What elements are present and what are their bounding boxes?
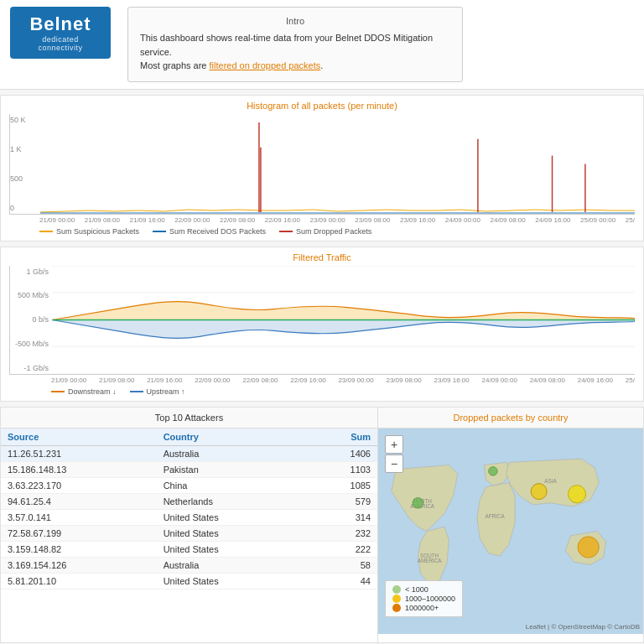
- cell-source: 15.186.148.13: [1, 461, 157, 477]
- col-sum: Sum: [304, 428, 377, 446]
- histogram-inner: [40, 114, 635, 214]
- histogram-svg: [40, 114, 635, 214]
- traffic-y-labels: 1 Gb/s 500 Mb/s 0 b/s -500 Mb/s -1 Gb/s: [10, 266, 52, 374]
- svg-text:AMERICA: AMERICA: [418, 558, 443, 564]
- histogram-chart: 50 K 1 K 500 0: [9, 114, 635, 215]
- histogram-x-labels: 21/09 00:00 21/09 08:00 21/09 16:00 22/0…: [39, 216, 635, 224]
- map-attribution: Leaflet | © OpenStreetMap © CartoDB: [526, 623, 640, 631]
- cell-source: 94.61.25.4: [1, 493, 157, 509]
- cell-sum: 1406: [304, 445, 377, 461]
- table-row[interactable]: 11.26.51.231 Australia 1406: [1, 445, 377, 461]
- col-country: Country: [157, 428, 304, 446]
- cell-country: United States: [157, 541, 304, 557]
- zoom-out-button[interactable]: −: [385, 454, 403, 473]
- svg-text:AFRICA: AFRICA: [485, 512, 505, 518]
- legend-suspicious: Sum Suspicious Packets: [39, 227, 139, 236]
- legend-high-dot: [392, 604, 401, 612]
- cell-country: Australia: [157, 557, 304, 573]
- table-row[interactable]: 3.57.0.141 United States 314: [1, 509, 377, 525]
- legend-downstream: Downstream ↓: [51, 387, 117, 396]
- upstream-dot: [130, 391, 143, 392]
- y-label-0: 50 K: [10, 116, 37, 124]
- suspicious-dot: [39, 231, 53, 232]
- intro-link[interactable]: filtered on dropped packets: [210, 60, 321, 70]
- bottom-section: Top 10 Attackers Source Country Sum 11.2…: [0, 407, 644, 643]
- legend-received: Sum Received DOS Packets: [153, 227, 266, 236]
- header: Belnet dedicated connectivity Intro This…: [0, 0, 644, 90]
- dropped-dot: [279, 231, 293, 232]
- histogram-panel: Histogram of all packets (per minute) 50…: [0, 95, 644, 242]
- cell-country: China: [157, 477, 304, 493]
- traffic-title: Filtered Traffic: [9, 252, 635, 262]
- traffic-chart: 1 Gb/s 500 Mb/s 0 b/s -500 Mb/s -1 Gb/s: [9, 266, 635, 375]
- map-controls: + −: [385, 435, 403, 473]
- map-section: Dropped packets by country + −: [378, 408, 643, 642]
- cell-source: 3.159.148.82: [1, 541, 157, 557]
- cell-sum: 222: [304, 541, 377, 557]
- cell-country: Pakistan: [157, 461, 304, 477]
- legend-mid-label: 1000–1000000: [405, 595, 455, 603]
- cell-sum: 579: [304, 493, 377, 509]
- cell-country: United States: [157, 525, 304, 541]
- intro-title: Intro: [140, 16, 450, 26]
- intro-line2: Most graphs are: [140, 60, 206, 70]
- legend-low-dot: [392, 585, 401, 594]
- histogram-legend: Sum Suspicious Packets Sum Received DOS …: [39, 227, 635, 236]
- traffic-area: 1 Gb/s 500 Mb/s 0 b/s -500 Mb/s -1 Gb/s: [9, 266, 635, 396]
- cell-country: Australia: [157, 445, 304, 461]
- map-legend: < 1000 1000–1000000 1000000+: [385, 580, 463, 617]
- histogram-area: 50 K 1 K 500 0: [9, 114, 635, 236]
- histogram-title: Histogram of all packets (per minute): [9, 101, 635, 111]
- suspicious-label: Sum Suspicious Packets: [56, 227, 139, 236]
- table-row[interactable]: 3.169.154.126 Australia 58: [1, 557, 377, 573]
- intro-line1: This dashboard shows real-time data from…: [140, 33, 433, 57]
- table-row[interactable]: 15.186.148.13 Pakistan 1103: [1, 461, 377, 477]
- cell-source: 11.26.51.231: [1, 445, 157, 461]
- traffic-legend: Downstream ↓ Upstream ↑: [51, 387, 635, 396]
- map-circle-china: [568, 485, 585, 502]
- svg-text:ASIA: ASIA: [544, 477, 557, 483]
- map-circle-australia: [578, 536, 599, 557]
- legend-low-label: < 1000: [405, 585, 428, 594]
- belnet-logo: Belnet dedicated connectivity: [10, 7, 111, 59]
- traffic-inner: [52, 266, 635, 374]
- cell-sum: 1085: [304, 477, 377, 493]
- map-circle-pakistan: [531, 483, 547, 499]
- legend-item-high: 1000000+: [392, 604, 455, 612]
- cell-sum: 58: [304, 557, 377, 573]
- map-title: Dropped packets by country: [378, 408, 643, 428]
- attackers-table: Top 10 Attackers Source Country Sum 11.2…: [1, 408, 378, 642]
- table-row[interactable]: 72.58.67.199 United States 232: [1, 525, 377, 541]
- legend-high-label: 1000000+: [405, 604, 439, 612]
- intro-period: .: [320, 60, 323, 70]
- table-row[interactable]: 5.81.201.10 United States 44: [1, 573, 377, 589]
- upstream-label: Upstream ↑: [147, 387, 185, 396]
- table-title: Top 10 Attackers: [1, 408, 377, 428]
- downstream-dot: [51, 391, 65, 392]
- legend-upstream: Upstream ↑: [130, 387, 185, 396]
- legend-mid-dot: [392, 595, 401, 603]
- traffic-svg: [52, 266, 635, 374]
- traffic-panel: Filtered Traffic 1 Gb/s 500 Mb/s 0 b/s -…: [0, 247, 644, 402]
- y-label-3: 0: [10, 204, 37, 212]
- attackers-data-table: Source Country Sum 11.26.51.231 Australi…: [1, 428, 377, 589]
- legend-dropped: Sum Dropped Packets: [279, 227, 371, 236]
- downstream-label: Downstream ↓: [68, 387, 117, 396]
- map-circle-netherlands: [489, 466, 498, 475]
- table-row[interactable]: 3.159.148.82 United States 222: [1, 541, 377, 557]
- map-circle-us: [413, 497, 423, 508]
- cell-sum: 314: [304, 509, 377, 525]
- cell-source: 3.57.0.141: [1, 509, 157, 525]
- cell-source: 72.58.67.199: [1, 525, 157, 541]
- intro-text: This dashboard shows real-time data from…: [140, 31, 450, 73]
- table-row[interactable]: 3.63.223.170 China 1085: [1, 477, 377, 493]
- cell-sum: 232: [304, 525, 377, 541]
- cell-source: 3.63.223.170: [1, 477, 157, 493]
- zoom-in-button[interactable]: +: [385, 435, 403, 454]
- received-label: Sum Received DOS Packets: [169, 227, 266, 236]
- legend-item-mid: 1000–1000000: [392, 595, 455, 603]
- cell-source: 5.81.201.10: [1, 573, 157, 589]
- table-row[interactable]: 94.61.25.4 Netherlands 579: [1, 493, 377, 509]
- cell-country: Netherlands: [157, 493, 304, 509]
- col-source: Source: [1, 428, 157, 446]
